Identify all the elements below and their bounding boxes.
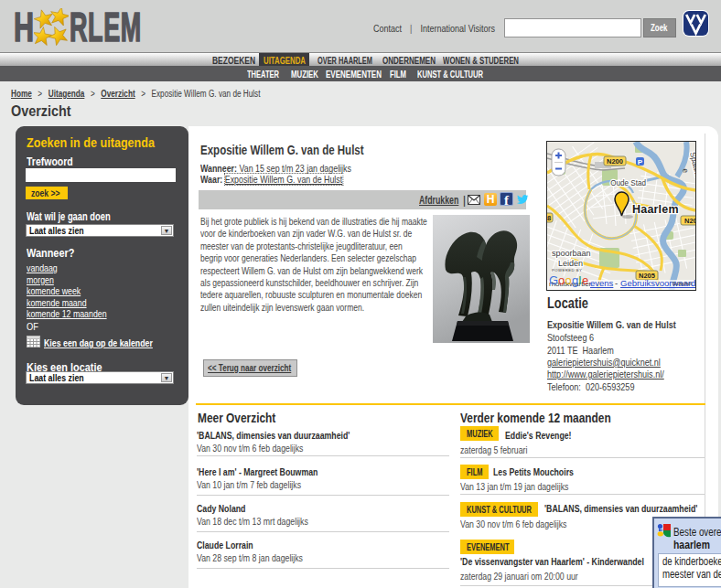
svg-text:G: G [549, 273, 558, 287]
svg-text:evens: evens [590, 278, 614, 288]
svg-text:o: o [558, 273, 565, 287]
svg-text:e: e [582, 273, 588, 287]
svg-text:o: o [565, 273, 572, 287]
svg-text:Oude Stad: Oude Stad [610, 178, 646, 187]
svg-text:N20: N20 [684, 217, 696, 225]
svg-text:Schiphol: Schiphol [673, 281, 692, 286]
svg-text:Leiden: Leiden [558, 259, 583, 268]
svg-text:g: g [572, 273, 578, 287]
svg-text:-: - [615, 278, 618, 288]
svg-text:spoorbaan: spoorbaan [552, 249, 591, 258]
svg-text:P: P [638, 158, 643, 166]
svg-text:Haarlem: Haarlem [632, 202, 679, 216]
svg-text:8: 8 [547, 214, 551, 222]
svg-text:POWERED BY: POWERED BY [552, 268, 582, 273]
svg-text:N200: N200 [607, 157, 623, 166]
